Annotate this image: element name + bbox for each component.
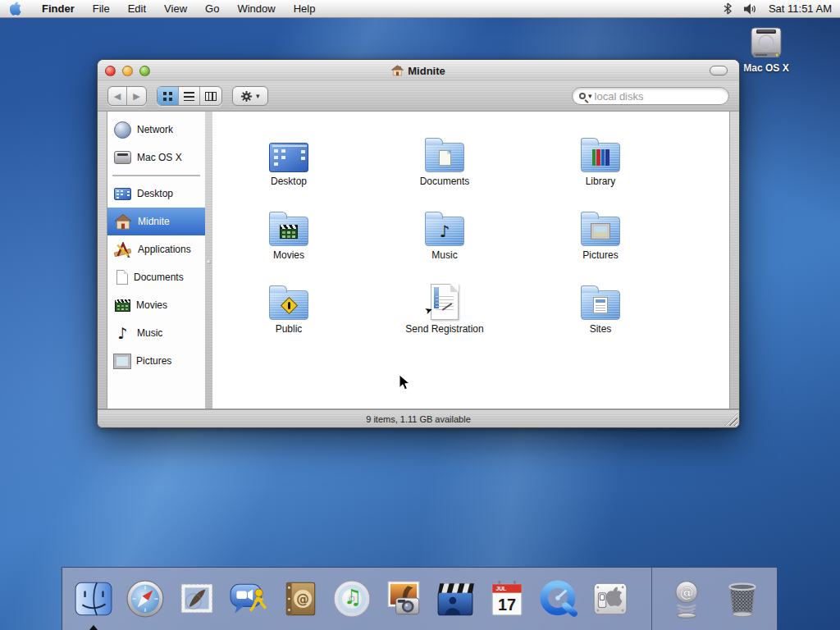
dock-item-address-book[interactable]: @ [277,576,323,622]
clapboard-icon [115,299,130,312]
system-preferences-icon [591,579,630,619]
address-book-icon: @ [281,579,320,619]
picture-frame-icon [114,354,130,368]
dock-item-itunes[interactable]: ♫ [329,576,375,622]
dock-item-mac-website[interactable]: @ [664,576,710,622]
back-button[interactable]: ◀ [108,87,127,105]
search-field[interactable]: ▾ [572,87,729,105]
alias-arrow-icon: ➤ [423,304,434,317]
sidebar-item-pictures[interactable]: Pictures [107,347,205,375]
ichat-icon [229,579,268,619]
imovie-icon [436,579,475,619]
minimize-button[interactable] [122,66,133,76]
dock-item-system-preferences[interactable] [587,576,633,622]
window-frame-right [730,111,739,409]
dock-item-ichat[interactable] [226,576,272,622]
file-icon-documents[interactable]: Documents [383,126,506,187]
folder-icon [581,217,620,246]
apple-menu[interactable] [0,2,33,16]
toolbar-toggle-button[interactable] [710,66,728,75]
window-frame-left [98,111,107,409]
dock-item-iphoto[interactable] [381,576,427,622]
sidebar-label: Pictures [136,355,171,367]
file-label: Movies [227,249,350,261]
file-browser-area[interactable]: Desktop Documents Library Movies ♪ Music [212,111,730,409]
dock-item-mail[interactable] [174,576,220,622]
sidebar-item-applications[interactable]: Applications [107,235,205,263]
finder-window: Midnite ◀ ▶ ▾ ▾ [97,59,740,428]
file-icon-desktop[interactable]: Desktop [227,126,350,187]
menu-view[interactable]: View [155,0,196,18]
column-view-button[interactable] [200,87,221,105]
sidebar-item-documents[interactable]: Documents [107,263,205,291]
splitter-grip [207,260,211,264]
sidebar-label: Desktop [137,188,173,199]
dock-item-quicktime[interactable] [536,576,582,622]
zoom-button[interactable] [139,66,150,76]
svg-text:17: 17 [498,596,516,614]
resize-grip[interactable] [725,413,737,426]
icon-view-button[interactable] [158,87,179,105]
status-text: 9 items, 1.11 GB available [366,414,471,424]
folder-icon: ♪ [425,217,464,246]
dock-item-ical[interactable]: JUL 17 [484,576,530,622]
menu-clock[interactable]: Sat 11:51 AM [769,2,832,15]
menu-finder[interactable]: Finder [33,0,84,18]
dock-item-imovie[interactable] [432,576,478,622]
list-view-button[interactable] [179,87,200,105]
file-icon-music[interactable]: ♪ Music [383,200,506,261]
menu-edit[interactable]: Edit [119,0,155,18]
running-indicator [89,625,98,630]
sidebar-splitter[interactable] [205,111,212,409]
file-icon-sites[interactable]: Sites [539,274,662,335]
sidebar-item-desktop[interactable]: Desktop [107,180,205,208]
dock-item-trash[interactable] [719,576,765,622]
file-label: Desktop [227,176,350,187]
sidebar-item-macosx[interactable]: Mac OS X [107,144,205,171]
desktop-disk-macosx[interactable]: Mac OS X [735,26,797,74]
file-label: Documents [383,176,506,187]
file-icon-pictures[interactable]: Pictures [539,200,662,261]
dock-item-safari[interactable] [122,576,168,622]
column-view-icon [205,92,217,101]
document-icon: ➤ [431,284,459,320]
menu-go[interactable]: Go [196,0,228,18]
gear-icon [240,90,253,103]
applications-icon [114,242,132,258]
hard-disk-icon [746,26,786,61]
window-titlebar[interactable]: Midnite [98,60,739,81]
action-menu-button[interactable]: ▾ [232,86,268,106]
sidebar-item-movies[interactable]: Movies [107,291,205,319]
search-input[interactable] [595,90,701,103]
file-icon-public[interactable]: Public [227,274,350,335]
forward-button[interactable]: ▶ [127,87,146,105]
dock-item-finder[interactable] [71,576,116,622]
sidebar-item-midnite[interactable]: Midnite [107,208,205,235]
file-label: Music [383,249,506,261]
sidebar: Network Mac OS X Desktop Midnite [107,111,205,409]
desktop-icon [114,188,131,200]
status-bar: 9 items, 1.11 GB available [98,409,739,427]
menu-file[interactable]: File [84,0,119,18]
desktop-disk-label: Mac OS X [735,62,797,74]
sidebar-item-network[interactable]: Network [107,116,205,144]
folder-icon [269,217,308,246]
music-note-icon: ♪ [114,325,131,341]
search-scope-caret-icon: ▾ [588,92,592,100]
window-title: Midnite [408,65,445,77]
window-toolbar: ◀ ▶ ▾ ▾ [98,81,739,111]
menu-help[interactable]: Help [285,0,325,18]
sidebar-divider [112,175,200,176]
bluetooth-icon[interactable] [724,2,732,15]
file-icon-library[interactable]: Library [539,126,662,187]
sidebar-item-music[interactable]: ♪ Music [107,319,205,347]
file-icon-send-registration[interactable]: ➤ Send Registration [383,274,506,335]
menu-window[interactable]: Window [228,0,284,18]
file-icon-movies[interactable]: Movies [227,200,350,261]
file-label: Pictures [539,249,662,261]
file-label: Sites [539,323,662,335]
volume-icon[interactable] [743,3,757,15]
chevron-down-icon: ▾ [256,92,260,100]
folder-icon [269,290,308,320]
close-button[interactable] [105,66,116,76]
